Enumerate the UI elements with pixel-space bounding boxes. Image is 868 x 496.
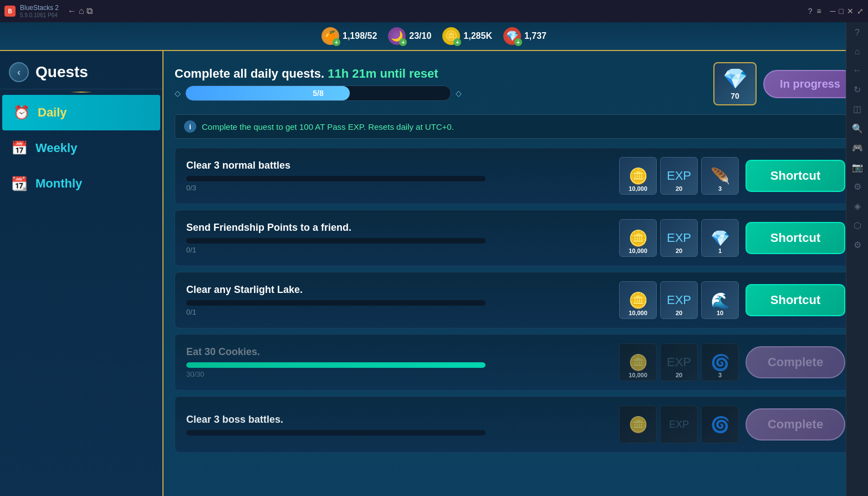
quest-item-5: Clear 3 boss battles. 🪙 EXP � [175,396,857,453]
reward-orb-label-3: 10 [717,310,723,316]
reward-exp-icon-3: EXP [667,293,691,307]
quest-rewards-2: 🪙 10,000 EXP 20 💎 1 [619,219,739,257]
ruby-icon: 💎 + [503,27,521,45]
currency-bar: 🍊 + 1,198/52 🌙 + 23/10 🪙 + 1,285K [0,22,868,51]
quest-nav-header: ‹ Quests [0,55,162,89]
sidebar-gear-icon[interactable]: ⚙ [854,240,861,250]
progress-diamond-right: ◇ [456,89,462,98]
sidebar-question-icon[interactable]: ? [855,28,860,38]
quest-panel: ‹ Quests ⏰ Daily 📅 Weekly 📆 Monthly [0,51,868,496]
sidebar-item-weekly[interactable]: 📅 Weekly [0,130,162,166]
app-version: 5.9.0.1061 P64 [20,12,59,18]
daily-icon: ⏰ [13,105,30,120]
currency-ruby: 💎 + 1,737 [503,27,547,45]
sidebar-layers-icon[interactable]: ◫ [853,104,861,114]
complete-button-5[interactable]: Complete [746,408,845,441]
quest-progress-text-1: 0/3 [186,184,619,192]
complete-all-header: Complete all daily quests. 11h 21m until… [175,62,857,105]
quest-reward-swirl-5: 🌀 [701,406,739,443]
reward-feather-label-1: 3 [718,185,722,192]
quest-reward-ruby-2: 💎 1 [701,219,739,257]
gold-value: 1,285K [463,31,492,41]
reward-gold-label-4: 10,000 [629,372,647,378]
reward-swirl-icon-4: 🌀 [711,353,730,372]
quest-progress-fill-4 [186,362,486,368]
main-layout: 🍊 + 1,198/52 🌙 + 23/10 🪙 + 1,285K [0,22,868,496]
moon-plus[interactable]: + [399,38,407,46]
shortcut-button-3[interactable]: Shortcut [746,284,845,316]
quest-title-4: Eat 30 Cookies. [186,346,619,358]
quest-item-3: Clear any Starlight Lake. 0/1 🪙 10,000 E… [175,272,857,328]
multi-nav-icon[interactable]: ⧉ [86,6,93,16]
close-icon[interactable]: ✕ [847,7,854,16]
progress-bar-outer: 5/8 [185,85,451,101]
reward-exp-icon-4: EXP [667,355,691,370]
hamburger-icon[interactable]: ≡ [816,7,821,16]
sidebar-hex-icon[interactable]: ⬡ [854,220,861,231]
quest-info-2: Send Friendship Points to a friend. 0/1 [186,222,619,254]
shortcut-button-2[interactable]: Shortcut [746,222,845,254]
reward-exp-icon-2: EXP [667,231,691,245]
quest-rewards-5: 🪙 EXP 🌀 [619,406,739,443]
monthly-icon: 📆 [11,176,28,191]
reward-gold-label-3: 10,000 [629,310,647,316]
quest-reward-gold-2: 🪙 10,000 [619,219,657,257]
reward-ruby-label-2: 1 [718,247,722,254]
quest-progress-bar-1 [186,176,486,181]
quest-info-1: Clear 3 normal battles 0/3 [186,160,619,192]
top-nav: ← ⌂ ⧉ [68,6,93,16]
moon-value: 23/10 [409,31,431,41]
quests-title: Quests [35,63,88,81]
quest-rewards-1: 🪙 10,000 EXP 20 🪶 3 [619,157,739,195]
quest-reward-swirl-4: 🌀 3 [701,343,739,381]
sidebar-settings-icon[interactable]: ⚙ [854,181,861,192]
weekly-icon: 📅 [11,140,28,156]
orange-plus[interactable]: + [333,38,340,46]
maximize-icon[interactable]: □ [839,7,844,16]
help-icon[interactable]: ? [808,7,813,16]
quest-reward-gold-1: 🪙 10,000 [619,157,657,195]
quest-item-4: Eat 30 Cookies. 30/30 🪙 10,000 EXP [175,334,857,391]
shortcut-button-1[interactable]: Shortcut [746,160,845,192]
quest-title-5: Clear 3 boss battles. [186,414,619,426]
quest-progress-text-3: 0/1 [186,308,619,316]
quest-title-1: Clear 3 normal battles [186,160,619,171]
sidebar-search-icon[interactable]: 🔍 [852,123,863,134]
quest-reward-gold-4: 🪙 10,000 [619,343,657,381]
progress-diamond-left: ◇ [175,89,181,98]
quest-info-3: Clear any Starlight Lake. 0/1 [186,284,619,316]
complete-all-timer: 11h 21m until reset [328,67,438,80]
quest-back-button[interactable]: ‹ [9,62,29,82]
complete-button-4[interactable]: Complete [746,346,845,378]
ruby-plus[interactable]: + [514,38,522,46]
sidebar-camera-icon[interactable]: 📷 [852,162,863,173]
currency-gold: 🪙 + 1,285K [442,27,492,45]
quest-reward-exp-3: EXP 20 [660,281,698,319]
sidebar-item-monthly[interactable]: 📆 Monthly [0,166,162,201]
quest-progress-bar-4 [186,362,486,368]
expand-icon[interactable]: ⤢ [857,7,864,16]
home-nav-icon[interactable]: ⌂ [79,6,84,16]
reward-ruby-icon-2: 💎 [711,229,730,247]
sidebar-back-icon[interactable]: ← [853,65,862,75]
complete-all-title: Complete all daily quests. 11h 21m until… [175,67,462,81]
sidebar-home-icon[interactable]: ⌂ [855,47,860,57]
orange-value: 1,198/52 [343,31,377,41]
complete-all-text: Complete all daily quests. 11h 21m until… [175,67,462,101]
sidebar-game-icon[interactable]: 🎮 [852,143,863,153]
back-nav-icon[interactable]: ← [68,6,76,16]
sidebar-rotate-icon[interactable]: ↻ [854,84,861,95]
minimize-icon[interactable]: ─ [830,7,836,16]
quest-reward-gold-5: 🪙 [619,406,657,443]
quest-title-2: Send Friendship Points to a friend. [186,222,619,234]
quest-title-3: Clear any Starlight Lake. [186,284,619,296]
sidebar-diamond-icon[interactable]: ◈ [854,201,861,211]
info-text: Complete the quest to get 100 AT Pass EX… [202,122,454,131]
currency-moon: 🌙 + 23/10 [388,27,431,45]
gold-plus[interactable]: + [453,38,461,46]
sidebar-item-daily[interactable]: ⏰ Daily [2,95,160,130]
info-bar: i Complete the quest to get 100 AT Pass … [175,114,857,139]
quest-content: Complete all daily quests. 11h 21m until… [164,51,868,496]
reward-gem-box: 💎 70 [713,62,757,105]
in-progress-button[interactable]: In progress [763,70,857,98]
